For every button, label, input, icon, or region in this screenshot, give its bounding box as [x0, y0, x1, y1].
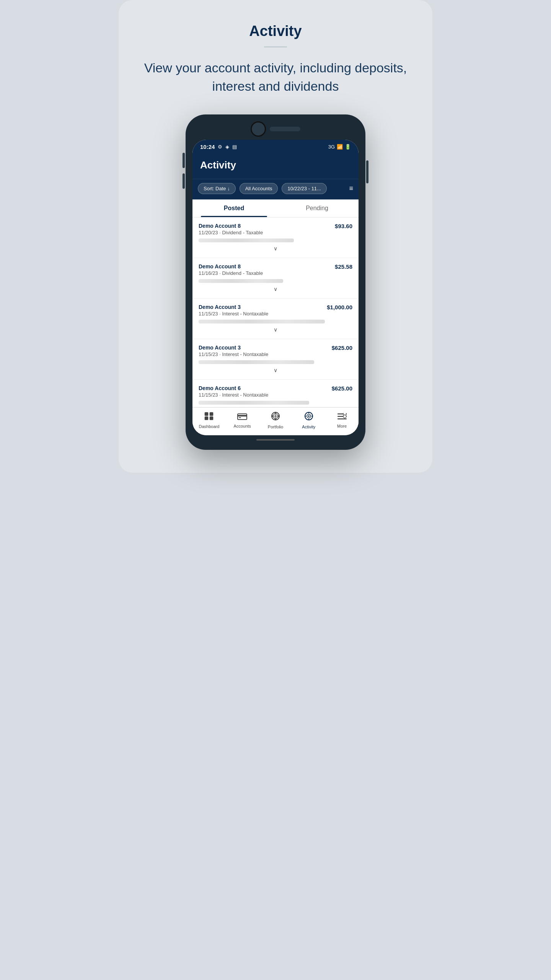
- speaker: [270, 127, 300, 131]
- tx-expand[interactable]: ∨: [199, 364, 352, 377]
- portfolio-icon: [271, 412, 280, 423]
- list-item: Demo Account 3 11/15/23 · Interest - Non…: [192, 299, 359, 339]
- page-subtitle: View your account activity, including de…: [130, 59, 421, 95]
- phone-notch: [192, 121, 359, 137]
- tx-amount: $25.58: [335, 263, 352, 270]
- tx-header: Demo Account 3 11/15/23 · Interest - Non…: [199, 304, 352, 317]
- tx-info: Demo Account 6 11/15/23 · Interest - Non…: [199, 385, 268, 398]
- svg-rect-6: [239, 417, 241, 418]
- tx-account: Demo Account 3: [199, 304, 268, 310]
- tx-expand[interactable]: ∨: [199, 323, 352, 336]
- svg-rect-0: [205, 412, 208, 416]
- vol-up-button: [183, 153, 185, 168]
- nav-item-accounts[interactable]: Accounts: [231, 412, 254, 428]
- tx-amount: $625.00: [332, 385, 352, 392]
- tx-amount: $625.00: [332, 345, 352, 351]
- nav-label-dashboard: Dashboard: [199, 424, 219, 429]
- filter-icon[interactable]: ≡: [349, 185, 353, 193]
- app-header: Activity: [192, 153, 359, 179]
- page-wrapper: Activity View your account activity, inc…: [119, 0, 432, 473]
- tx-header: Demo Account 8 11/20/23 · Dividend - Tax…: [199, 223, 352, 235]
- camera: [251, 121, 266, 137]
- signal-icon: 📶: [337, 144, 343, 150]
- nav-item-portfolio[interactable]: Portfolio: [264, 412, 287, 429]
- tx-blurred: [199, 360, 314, 364]
- tx-header: Demo Account 8 11/16/23 · Dividend - Tax…: [199, 263, 352, 276]
- nav-label-more: More: [337, 424, 347, 428]
- vol-down-button: [183, 173, 185, 189]
- status-right: 3G 📶 🔋: [328, 144, 351, 150]
- tx-blurred: [199, 401, 309, 405]
- tx-header: Demo Account 3 11/15/23 · Interest - Non…: [199, 345, 352, 357]
- svg-point-21: [343, 415, 346, 418]
- tx-info: Demo Account 3 11/15/23 · Interest - Non…: [199, 345, 268, 357]
- tx-amount: $1,000.00: [327, 304, 352, 310]
- nav-item-more[interactable]: More: [331, 412, 354, 428]
- svg-rect-19: [337, 418, 347, 420]
- battery-outline-icon: ▤: [232, 144, 237, 150]
- app-header-title: Activity: [200, 159, 351, 171]
- tx-account: Demo Account 6: [199, 385, 268, 391]
- tx-info: Demo Account 3 11/15/23 · Interest - Non…: [199, 304, 268, 317]
- svg-rect-5: [238, 415, 247, 416]
- nav-label-activity: Activity: [302, 425, 315, 429]
- nav-label-accounts: Accounts: [234, 424, 251, 428]
- list-item: Demo Account 3 11/15/23 · Interest - Non…: [192, 339, 359, 380]
- phone-frame: 10:24 ⚙ ◈ ▤ 3G 📶 🔋 Activity Sort: Date ↓…: [186, 114, 365, 450]
- date-filter-button[interactable]: 10/22/23 - 11...: [282, 183, 326, 194]
- phone-home-bar: [192, 435, 359, 443]
- tx-info: Demo Account 8 11/16/23 · Dividend - Tax…: [199, 263, 263, 276]
- activity-icon: [304, 412, 313, 423]
- nav-item-dashboard[interactable]: Dashboard: [197, 412, 220, 429]
- transaction-list: Demo Account 8 11/20/23 · Dividend - Tax…: [192, 217, 359, 407]
- nav-item-activity[interactable]: Activity: [297, 412, 320, 429]
- tx-expand[interactable]: ∨: [199, 283, 352, 296]
- network-label: 3G: [328, 144, 335, 150]
- dashboard-icon: [204, 412, 214, 423]
- tx-detail: 11/15/23 · Interest - Nontaxable: [199, 351, 268, 357]
- filters-bar: Sort: Date ↓ All Accounts 10/22/23 - 11.…: [192, 179, 359, 199]
- left-buttons: [183, 153, 185, 189]
- list-item: Demo Account 8 11/16/23 · Dividend - Tax…: [192, 258, 359, 299]
- phone-screen: 10:24 ⚙ ◈ ▤ 3G 📶 🔋 Activity Sort: Date ↓…: [192, 140, 359, 435]
- tx-blurred: [199, 238, 294, 242]
- tx-account: Demo Account 8: [199, 223, 263, 229]
- tx-detail: 11/15/23 · Interest - Nontaxable: [199, 311, 268, 317]
- svg-rect-3: [210, 416, 213, 420]
- svg-rect-2: [205, 416, 208, 420]
- tx-blurred: [199, 279, 283, 283]
- tx-account: Demo Account 8: [199, 263, 263, 270]
- tabs-bar: Posted Pending: [192, 199, 359, 217]
- tab-posted[interactable]: Posted: [192, 199, 276, 217]
- svg-rect-1: [210, 412, 213, 416]
- bottom-nav: Dashboard Accounts: [192, 407, 359, 435]
- more-icon: [337, 412, 347, 422]
- tx-detail: 11/16/23 · Dividend - Taxable: [199, 270, 263, 276]
- svg-rect-4: [238, 414, 247, 420]
- tx-header: Demo Account 6 11/15/23 · Interest - Non…: [199, 385, 352, 398]
- tx-detail: 11/20/23 · Dividend - Taxable: [199, 230, 263, 235]
- account-filter-button[interactable]: All Accounts: [240, 183, 278, 194]
- list-item: Demo Account 8 11/20/23 · Dividend - Tax…: [192, 217, 359, 258]
- settings-icon: ⚙: [218, 144, 222, 150]
- tab-pending[interactable]: Pending: [276, 199, 359, 217]
- tx-amount: $93.60: [335, 223, 352, 229]
- sort-filter-button[interactable]: Sort: Date ↓: [198, 183, 236, 194]
- power-button: [366, 160, 368, 183]
- tx-blurred: [199, 320, 325, 323]
- status-left: 10:24 ⚙ ◈ ▤: [200, 144, 237, 150]
- tx-expand[interactable]: ∨: [199, 242, 352, 255]
- page-title: Activity: [249, 23, 302, 39]
- side-buttons: [366, 160, 368, 183]
- accounts-icon: [237, 412, 247, 422]
- tx-info: Demo Account 8 11/20/23 · Dividend - Tax…: [199, 223, 263, 235]
- divider: [264, 46, 287, 47]
- location-icon: ◈: [225, 144, 229, 150]
- home-bar-line: [256, 439, 295, 441]
- status-time: 10:24: [200, 144, 215, 150]
- tx-account: Demo Account 3: [199, 345, 268, 351]
- battery-icon: 🔋: [345, 144, 351, 150]
- status-bar: 10:24 ⚙ ◈ ▤ 3G 📶 🔋: [192, 140, 359, 153]
- nav-label-portfolio: Portfolio: [268, 425, 283, 429]
- svg-point-12: [308, 415, 310, 417]
